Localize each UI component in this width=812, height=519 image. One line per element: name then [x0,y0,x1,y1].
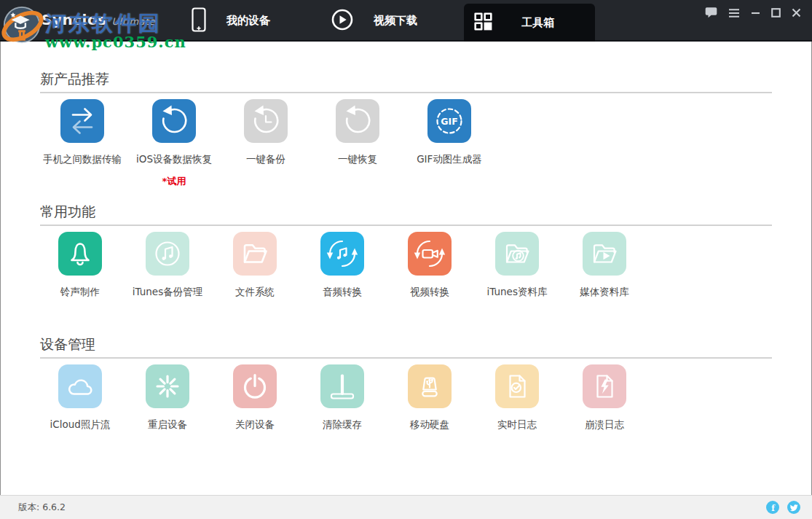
section-title: 新产品推荐 [40,71,772,87]
tool-label: 清除缓存 [323,418,362,431]
minimize-icon[interactable] [751,8,760,17]
section-divider [40,225,772,226]
section-title: 设备管理 [40,336,772,353]
audio-convert-icon [320,232,364,276]
phone-transfer-icon [60,99,104,143]
section-new-products: 新产品推荐 手机之间数据传输 iOS设 [40,71,772,187]
tab-my-devices[interactable]: 我的设备 [192,0,270,42]
tool-label: 视频转换 [410,285,449,298]
tool-one-click-backup[interactable]: 一键备份 [220,99,312,165]
tool-label: 崩溃日志 [585,418,624,431]
tab-label: 工具箱 [521,16,554,30]
bell-icon [58,232,102,276]
tool-crash-log[interactable]: 崩溃日志 [561,364,648,431]
tool-label: 实时日志 [497,418,537,431]
realtime-log-icon [495,364,539,408]
facebook-icon[interactable]: f [766,501,779,514]
maximize-icon[interactable] [771,8,781,17]
window-controls [705,7,801,19]
crash-log-icon [583,364,626,408]
toolbox-content: 新产品推荐 手机之间数据传输 iOS设 [0,71,812,431]
tool-label: 手机之间数据传输 [43,152,122,165]
section-common-functions: 常用功能 铃声制作 [40,203,772,298]
tool-itunes-backup-manager[interactable]: iTunes备份管理 [124,232,211,298]
tool-label: 一键恢复 [338,152,377,165]
restore-arrow-icon [336,99,379,143]
titlebar: SynciosUltimate 我的设备 视频下载 [0,0,812,42]
video-convert-icon [408,232,452,276]
usb-drive-icon [408,364,452,408]
tool-label: 音频转换 [323,285,362,298]
feedback-icon[interactable] [705,7,717,19]
backup-clock-icon [244,99,288,143]
section-divider [40,92,772,93]
play-circle-icon [331,9,353,34]
tool-label: 媒体资料库 [580,285,629,298]
media-library-icon [583,232,626,276]
tool-icloud-photo-stream[interactable]: iCloud照片流 [36,364,124,431]
svg-text:GIF: GIF [441,116,457,127]
statusbar: 版本: 6.6.2 f [0,495,812,519]
tool-restart-device[interactable]: 重启设备 [124,364,211,431]
tool-label: GIF动图生成器 [417,152,482,165]
tab-label: 视频下载 [374,14,417,28]
power-icon [233,364,277,408]
smartphone-icon [192,7,206,35]
tool-label: 文件系统 [235,285,275,298]
tool-gif-maker[interactable]: GIF GIF动图生成器 [403,99,495,165]
tool-label: 关闭设备 [235,418,275,431]
folder-icon [233,232,277,276]
menu-icon[interactable] [728,8,740,18]
tab-video-download[interactable]: 视频下载 [331,0,417,42]
tool-label: iCloud照片流 [50,418,111,431]
tool-label: 重启设备 [148,418,187,431]
itunes-backup-icon [146,232,189,276]
tool-label: 移动硬盘 [410,418,449,431]
data-recovery-icon [152,99,196,143]
version-label: 版本: 6.6.2 [18,502,66,514]
tool-file-system[interactable]: 文件系统 [211,232,299,298]
tool-label: iTunes资料库 [487,285,548,298]
app-edition: Ultimate [112,16,156,27]
twitter-icon[interactable] [787,501,800,514]
tool-shutdown-device[interactable]: 关闭设备 [211,364,299,431]
grid-icon [474,12,492,34]
tool-row: 铃声制作 iTunes备份管理 [36,232,772,298]
tool-phone-data-transfer[interactable]: 手机之间数据传输 [36,99,128,165]
tool-video-converter[interactable]: 视频转换 [386,232,473,298]
tool-row: 手机之间数据传输 iOS设备数据恢复 *试用 [36,99,772,187]
clean-cache-icon [320,364,364,408]
tool-ringtone-maker[interactable]: 铃声制作 [36,232,124,298]
section-divider [40,357,772,359]
icloud-photos-icon [58,364,102,408]
app-logo: SynciosUltimate [42,11,155,28]
tab-toolbox[interactable]: 工具箱 [464,4,595,42]
app-name: Syncios [42,11,107,28]
tool-row: iCloud照片流 重启设备 关闭设备 [36,364,772,431]
tool-label: 铃声制作 [60,285,100,298]
tool-audio-converter[interactable]: 音频转换 [299,232,386,298]
close-icon[interactable] [792,8,801,17]
section-device-management: 设备管理 iCloud照片流 重启设备 [40,336,772,431]
tab-label: 我的设备 [226,14,270,28]
social-links: f [766,501,800,514]
tool-label: 一键备份 [246,152,285,165]
itunes-library-icon [495,232,539,276]
tool-clear-cache[interactable]: 清除缓存 [299,364,386,431]
tool-ios-data-recovery[interactable]: iOS设备数据恢复 *试用 [128,99,220,187]
tool-itunes-library[interactable]: iTunes资料库 [473,232,561,298]
tool-realtime-log[interactable]: 实时日志 [473,364,561,431]
section-title: 常用功能 [40,203,772,220]
tool-label: iOS设备数据恢复 [136,152,212,165]
restart-icon [146,364,189,408]
gif-maker-icon: GIF [427,99,471,143]
trial-badge: *试用 [162,175,186,187]
tool-label: iTunes备份管理 [133,285,202,298]
tool-media-library[interactable]: 媒体资料库 [561,232,648,298]
tool-usb-drive[interactable]: 移动硬盘 [386,364,473,431]
tool-one-click-restore[interactable]: 一键恢复 [312,99,403,165]
